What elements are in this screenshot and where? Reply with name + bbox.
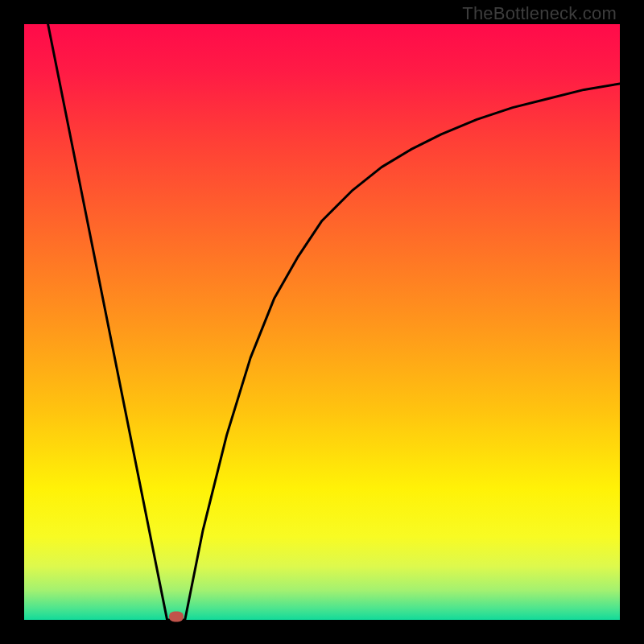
chart-frame — [24, 24, 620, 620]
optimum-marker — [169, 612, 184, 622]
plot-area — [24, 24, 620, 620]
watermark-text: TheBottleneck.com — [462, 3, 617, 24]
bottleneck-curve — [48, 24, 620, 620]
curve-layer — [24, 24, 620, 620]
